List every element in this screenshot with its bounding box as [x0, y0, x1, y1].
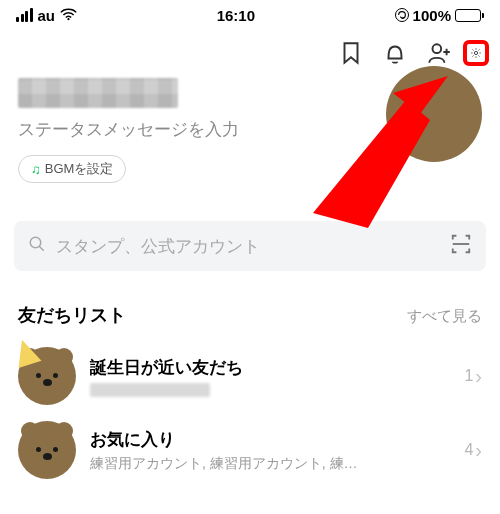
- party-hat-icon: [11, 336, 42, 368]
- status-bar: au 16:10 100%: [0, 0, 500, 30]
- bookmark-icon[interactable]: [338, 40, 364, 66]
- friend-avatar: [18, 421, 76, 479]
- carrier-label: au: [38, 7, 56, 24]
- friend-row-count: 4: [464, 441, 473, 459]
- friend-row-subtitle: 練習用アカウント, 練習用アカウント, 練…: [90, 455, 450, 473]
- chevron-right-icon: ›: [475, 365, 482, 388]
- svg-point-1: [433, 44, 442, 53]
- search-icon: [28, 235, 46, 258]
- friend-row-favorites[interactable]: お気に入り 練習用アカウント, 練習用アカウント, 練… 4 ›: [18, 413, 482, 487]
- music-note-icon: ♫: [31, 162, 41, 177]
- settings-gear-icon[interactable]: [463, 40, 489, 66]
- friend-row-title: 誕生日が近い友だち: [90, 356, 450, 379]
- friend-avatar: [18, 347, 76, 405]
- orientation-lock-icon: [395, 8, 409, 22]
- cellular-signal-icon: [16, 8, 33, 22]
- search-bar[interactable]: スタンプ、公式アカウント: [14, 221, 486, 271]
- svg-point-2: [474, 51, 477, 54]
- battery-icon: [455, 9, 484, 22]
- bgm-set-button[interactable]: ♫ BGMを設定: [18, 155, 126, 183]
- profile-section: ステータスメッセージを入力 ♫ BGMを設定: [0, 72, 500, 195]
- svg-line-6: [39, 246, 44, 251]
- battery-pct: 100%: [413, 7, 451, 24]
- search-placeholder: スタンプ、公式アカウント: [56, 235, 440, 258]
- friend-row-count: 1: [464, 367, 473, 385]
- scan-icon[interactable]: [450, 233, 472, 259]
- clock: 16:10: [217, 7, 255, 24]
- notification-bell-icon[interactable]: [382, 40, 408, 66]
- bgm-label: BGMを設定: [45, 160, 114, 178]
- friend-row-subtitle-redacted: [90, 383, 210, 397]
- friends-list-section: 友だちリスト すべて見る 誕生日が近い友だち 1 › お気に入り 練習用アカウン…: [0, 303, 500, 487]
- username-redacted: [18, 78, 178, 108]
- friend-row-birthday[interactable]: 誕生日が近い友だち 1 ›: [18, 339, 482, 413]
- svg-point-0: [67, 18, 69, 20]
- svg-point-5: [30, 237, 41, 248]
- wifi-icon: [60, 7, 77, 24]
- profile-avatar[interactable]: [386, 66, 482, 162]
- see-all-link[interactable]: すべて見る: [407, 307, 482, 326]
- chevron-right-icon: ›: [475, 439, 482, 462]
- add-friend-icon[interactable]: [426, 40, 452, 66]
- friend-row-title: お気に入り: [90, 428, 450, 451]
- friends-list-title: 友だちリスト: [18, 303, 126, 327]
